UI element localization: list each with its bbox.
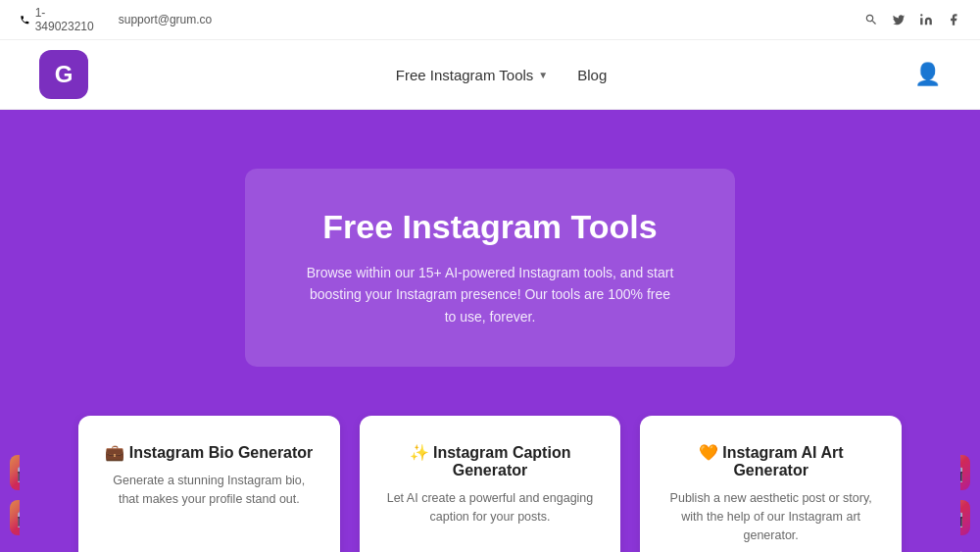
logo[interactable]: G [39,50,88,99]
card-title-2: 🧡 Instagram AI Art Generator [663,443,878,479]
nav-tools[interactable]: Free Instagram Tools ▼ [396,67,549,83]
phone-icon [20,15,30,25]
hero-section: 📷 📷 🤍 📷 📷 🤍 Free Instagram Tools Browse … [0,110,980,552]
card-desc-1: Let AI create a powerful and engaging ca… [383,489,598,544]
email-info: support@grum.co [114,13,213,26]
nav-links: Free Instagram Tools ▼ Blog [396,67,608,83]
hero-title: Free Instagram Tools [304,208,676,246]
card-2: 🧡 Instagram AI Art Generator Publish a n… [640,416,902,552]
twitter-icon[interactable] [892,13,906,26]
top-bar-right [864,13,960,26]
linkedin-icon[interactable] [919,13,933,26]
card-title-0: 💼 Instagram Bio Generator [105,443,313,462]
nav-blog[interactable]: Blog [577,67,607,83]
search-icon[interactable] [864,13,878,26]
navbar: G Free Instagram Tools ▼ Blog 👤 [0,40,980,110]
card-title-1: ✨ Instagram Caption Generator [383,443,598,479]
cards-grid: 💼 Instagram Bio Generator Generate a stu… [20,416,960,552]
card-1: ✨ Instagram Caption Generator Let AI cre… [360,416,621,552]
hero-subtitle: Browse within our 15+ AI-powered Instagr… [304,262,676,327]
card-0: 💼 Instagram Bio Generator Generate a stu… [78,416,340,552]
card-desc-0: Generate a stunning Instagram bio, that … [102,472,317,544]
phone-info: 1-349023210 [20,6,94,33]
top-bar-left: 1-349023210 support@grum.co [20,6,212,33]
logo-box: G [39,50,88,99]
facebook-icon[interactable] [947,13,960,26]
top-bar: 1-349023210 support@grum.co [0,0,980,40]
chevron-down-icon: ▼ [538,70,548,80]
card-desc-2: Publish a new aesthetic post or story, w… [663,489,878,544]
user-icon[interactable]: 👤 [914,62,941,87]
hero-box: Free Instagram Tools Browse within our 1… [245,169,735,367]
